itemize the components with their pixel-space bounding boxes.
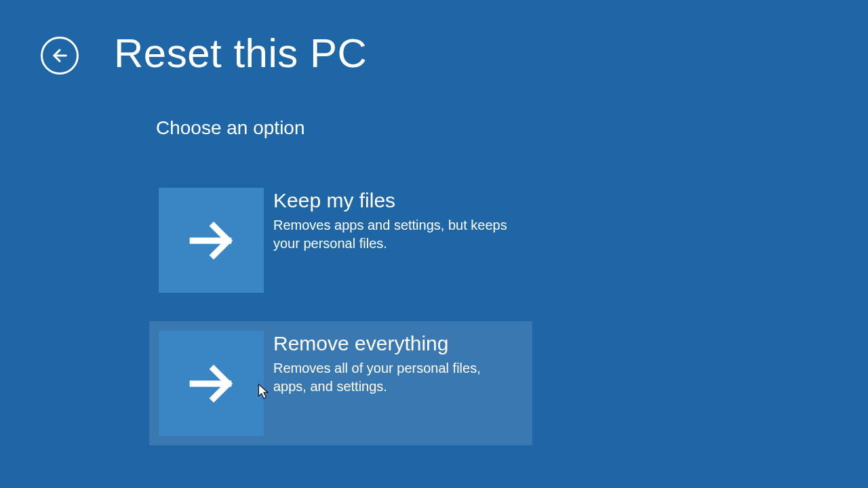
back-button[interactable] [41,37,79,75]
option-text: Remove everything Removes all of your pe… [273,331,517,436]
arrow-right-icon [186,216,237,266]
option-keep-my-files[interactable]: Keep my files Removes apps and settings,… [149,178,532,302]
option-tile [159,188,264,293]
option-title: Remove everything [273,332,517,355]
arrow-right-icon [186,359,237,409]
page-title: Reset this PC [114,30,367,77]
header: Reset this PC [41,30,827,77]
page-subtitle: Choose an option [156,117,827,139]
option-description: Removes apps and settings, but keeps you… [273,216,517,253]
option-description: Removes all of your personal files, apps… [273,359,517,396]
option-title: Keep my files [273,189,517,212]
back-arrow-icon [50,46,69,65]
option-text: Keep my files Removes apps and settings,… [273,188,517,293]
option-tile [159,331,264,436]
options-list: Keep my files Removes apps and settings,… [149,178,532,445]
recovery-screen: Reset this PC Choose an option Keep my f… [0,0,868,488]
option-remove-everything[interactable]: Remove everything Removes all of your pe… [149,321,532,445]
